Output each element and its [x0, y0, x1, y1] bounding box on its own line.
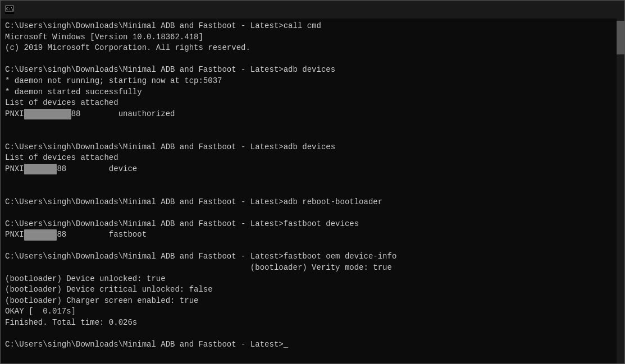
terminal-line: Finished. Total time: 0.026s: [5, 317, 612, 329]
terminal-line: C:\Users\singh\Downloads\Minimal ADB and…: [5, 142, 612, 153]
terminal-line: List of devices attached: [5, 98, 612, 109]
terminal-line: (c) 2019 Microsoft Corporation. All righ…: [5, 43, 612, 54]
scrollbar[interactable]: [617, 19, 624, 363]
title-bar-controls: [542, 1, 620, 19]
terminal-line: (bootloader) Verity mode: true: [5, 262, 612, 274]
terminal-line: Microsoft Windows [Version 10.0.18362.41…: [5, 32, 612, 43]
terminal-line: PNXIXXXXXXXXXX88 unauthorized: [5, 109, 612, 120]
terminal-line: [5, 174, 612, 186]
redacted-text: XXXXXXXXXX: [24, 109, 71, 120]
terminal-body: C:\Users\singh\Downloads\Minimal ADB and…: [1, 19, 624, 363]
close-button[interactable]: [594, 1, 620, 19]
terminal-line: List of devices attached: [5, 153, 612, 164]
terminal-line: * daemon not running; starting now at tc…: [5, 76, 612, 87]
terminal-line: [5, 186, 612, 197]
terminal-line: C:\Users\singh\Downloads\Minimal ADB and…: [5, 219, 612, 230]
terminal-line: OKAY [ 0.017s]: [5, 306, 612, 317]
terminal-line: [5, 241, 612, 252]
terminal-line: [5, 119, 612, 131]
minimize-button[interactable]: [542, 1, 568, 19]
terminal-line: [5, 131, 612, 142]
redacted-text: XXXXXXX: [24, 229, 57, 241]
terminal-line: C:\Users\singh\Downloads\Minimal ADB and…: [5, 64, 612, 76]
terminal-line: PNXIXXXXXXX88 fastboot: [5, 229, 612, 241]
scrollbar-thumb[interactable]: [617, 21, 624, 54]
redacted-text: XXXXXXX: [24, 164, 57, 175]
cmd-icon: C:\: [5, 5, 14, 14]
terminal-line: [5, 208, 612, 219]
terminal-line: C:\Users\singh\Downloads\Minimal ADB and…: [5, 339, 612, 351]
terminal-line: [5, 54, 612, 65]
terminal-line: (bootloader) Device unlocked: true: [5, 274, 612, 285]
terminal-line: PNXIXXXXXXX88 device: [5, 164, 612, 175]
terminal-content[interactable]: C:\Users\singh\Downloads\Minimal ADB and…: [1, 19, 617, 363]
title-bar: C:\: [1, 1, 624, 19]
cmd-window: C:\ C:\Users\singh\Downloads\Minimal ADB…: [0, 0, 625, 364]
terminal-line: (bootloader) Charger screen enabled: tru…: [5, 296, 612, 307]
terminal-line: (bootloader) Device critical unlocked: f…: [5, 284, 612, 296]
terminal-line: [5, 329, 612, 340]
maximize-button[interactable]: [568, 1, 594, 19]
terminal-line: C:\Users\singh\Downloads\Minimal ADB and…: [5, 197, 612, 208]
title-bar-left: C:\: [5, 5, 19, 14]
terminal-line: C:\Users\singh\Downloads\Minimal ADB and…: [5, 251, 612, 262]
terminal-line: * daemon started successfully: [5, 87, 612, 98]
svg-text:C:\: C:\: [6, 7, 13, 11]
terminal-line: C:\Users\singh\Downloads\Minimal ADB and…: [5, 21, 612, 32]
